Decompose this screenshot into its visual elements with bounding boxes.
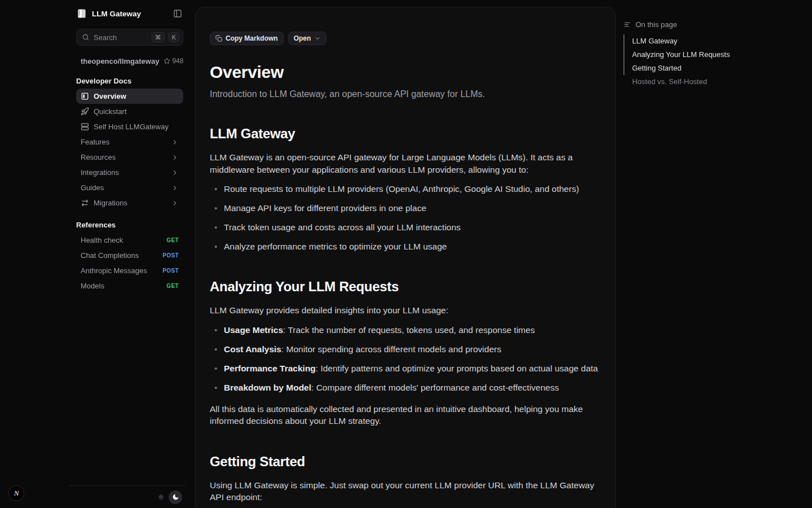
chevron-right-icon [171,199,179,207]
sidebar-item-label: Guides [81,183,166,192]
moon-icon [172,493,179,501]
sidebar-item-anthropic-messages[interactable]: Anthropic Messages POST [76,263,183,278]
list-item: Analyze performance metrics to optimize … [210,240,599,252]
sidebar-item-label: Resources [81,153,166,161]
sidebar: LLM Gateway Search ⌘ K theopenco/llmgate… [69,0,186,508]
toc-items: LLM Gateway Analyzing Your LLM Requests … [624,34,765,89]
book-icon [81,92,89,100]
kbd-k: K [169,32,179,42]
sidebar-item-integrations[interactable]: Integrations [76,165,183,180]
sidebar-item-resources[interactable]: Resources [76,150,183,165]
repo-name: theopenco/llmgateway [81,57,159,65]
toc-item-llm-gateway[interactable]: LLM Gateway [624,34,765,48]
sidebar-item-chat-completions[interactable]: Chat Completions POST [76,248,183,263]
sidebar-item-label: Overview [94,92,179,100]
sidebar-item-label: Anthropic Messages [81,266,162,275]
chevron-down-icon [314,35,321,42]
paragraph: Using LLM Gateway is simple. Just swap o… [210,479,599,503]
sidebar-item-overview[interactable]: Overview [76,89,183,104]
nextjs-dev-badge[interactable]: N [8,485,24,501]
sidebar-item-features[interactable]: Features [76,134,183,150]
list-item: Usage Metrics: Track the number of reque… [210,324,599,336]
list-item: Breakdown by Model: Compare different mo… [210,382,599,393]
list-item: Track token usage and costs across all y… [210,221,599,233]
toc-item-hosted-vs-self-hosted[interactable]: Hosted vs. Self-Hosted [624,75,765,89]
sidebar-footer [69,485,186,508]
sidebar-item-label: Migrations [94,199,166,207]
bullet-label: Usage Metrics [224,325,283,335]
bullet-label: Performance Tracking [224,364,316,373]
star-count: 948 [172,57,183,65]
sidebar-item-migrations[interactable]: Migrations [76,195,183,211]
list-item: Cost Analysis: Monitor spending across d… [210,343,599,355]
chevron-right-icon [171,138,179,146]
llm-gateway-logo-icon [76,8,87,19]
theme-toggle [154,491,182,504]
sidebar-item-self-host[interactable]: Self Host LLMGateway [76,119,183,134]
bullet-text: : Compare different models' performance … [311,383,559,392]
paragraph: LLM Gateway provides detailed insights i… [210,304,599,317]
method-badge: GET [166,283,179,289]
bullet-text: : Monitor spending across different mode… [281,344,501,354]
repo-stars: 948 [164,57,183,65]
paragraph: All this data is automatically collected… [210,403,599,427]
sidebar-header: LLM Gateway [76,6,183,21]
bullet-list: Usage Metrics: Track the number of reque… [210,324,599,393]
list-item: Route requests to multiple LLM providers… [210,183,599,195]
method-badge: POST [162,268,179,274]
bullet-text: : Identify patterns and optimize your pr… [316,364,598,373]
main-content-card: Copy Markdown Open Overview Introduction… [195,7,616,508]
sidebar-item-label: Features [81,138,166,146]
method-badge: POST [162,252,179,259]
sidebar-item-label: Integrations [81,168,166,177]
panel-left-icon [173,9,182,18]
sidebar-item-guides[interactable]: Guides [76,180,183,195]
star-icon [164,58,170,64]
copy-icon [215,35,222,42]
section-label-references: References [76,221,183,229]
toc-item-analyzing[interactable]: Analyzing Your LLM Requests [624,48,765,62]
dark-theme-button[interactable] [169,491,182,504]
section-heading-llm-gateway: LLM Gateway [210,126,599,142]
sidebar-item-health-check[interactable]: Health check GET [76,233,183,248]
sun-icon [157,493,165,501]
open-dropdown-button[interactable]: Open [288,32,327,45]
sidebar-item-label: Chat Completions [81,251,162,260]
toc-header: On this page [624,20,765,29]
copy-markdown-label: Copy Markdown [226,34,278,42]
copy-markdown-button[interactable]: Copy Markdown [210,32,284,45]
light-theme-button[interactable] [154,491,167,504]
section-label-developer-docs: Developer Docs [76,77,183,85]
chevron-right-icon [171,154,179,161]
github-repo-link[interactable]: theopenco/llmgateway 948 [76,55,183,67]
bullet-label: Breakdown by Model [224,383,311,392]
sidebar-item-label: Self Host LLMGateway [94,122,179,131]
sidebar-item-models[interactable]: Models GET [76,278,183,294]
sidebar-item-label: Health check [81,236,166,244]
sidebar-collapse-button[interactable] [172,8,183,19]
sidebar-item-label: Models [81,282,166,290]
paragraph: LLM Gateway is an open-source API gatewa… [210,151,599,176]
search-input[interactable]: Search ⌘ K [76,29,183,46]
page-toolbar: Copy Markdown Open [210,32,599,45]
list-item: Performance Tracking: Identify patterns … [210,362,599,374]
page-subtitle: Introduction to LLM Gateway, an open-sou… [210,89,599,99]
bullet-text: : Track the number of requests, tokens u… [283,325,535,335]
sidebar-item-quickstart[interactable]: Quickstart [76,104,183,119]
list-item: Manage API keys for different providers … [210,202,599,214]
section-heading-analyzing: Analyzing Your LLM Requests [210,279,599,295]
page-title: Overview [210,63,599,82]
align-left-icon [624,21,631,28]
table-of-contents: On this page LLM Gateway Analyzing Your … [624,20,765,89]
section-heading-getting-started: Getting Started [210,454,599,470]
method-badge: GET [166,237,179,243]
arrows-right-left-icon [81,199,89,207]
server-icon [81,122,89,131]
rocket-icon [81,107,89,116]
search-icon [82,33,90,41]
bullet-label: Cost Analysis [224,344,281,354]
app-title: LLM Gateway [92,10,167,18]
toc-label: On this page [636,20,677,29]
toc-item-getting-started[interactable]: Getting Started [624,62,765,75]
search-placeholder: Search [94,33,148,42]
